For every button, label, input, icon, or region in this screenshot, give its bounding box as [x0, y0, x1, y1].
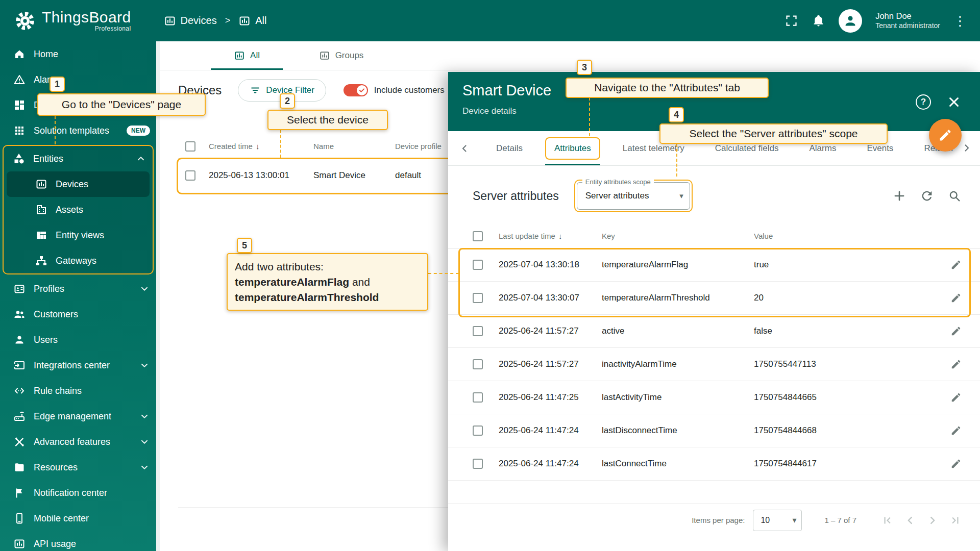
row-checkbox[interactable]: [473, 326, 483, 336]
attribute-row-lastActivityTime[interactable]: 2025-06-24 11:47:25 lastActivityTime 175…: [448, 381, 980, 414]
user-role: Tenant administrator: [875, 21, 940, 31]
row-checkbox[interactable]: [473, 260, 483, 270]
attribute-row-lastConnectTime[interactable]: 2025-06-24 11:47:24 lastConnectTime 1750…: [448, 447, 980, 481]
sidebar-item-resources[interactable]: Resources: [0, 455, 156, 480]
mobile-icon: [13, 512, 26, 524]
users-icon: [13, 334, 26, 346]
select-all-checkbox[interactable]: [473, 231, 483, 241]
profiles-icon: [13, 283, 26, 295]
edit-attribute-button[interactable]: [950, 359, 962, 370]
chevron-down-icon: [139, 411, 150, 422]
edit-attribute-button[interactable]: [950, 259, 962, 270]
brand-subtitle: Professional: [42, 25, 131, 32]
search-button[interactable]: [947, 189, 962, 203]
section-title: Server attributes: [473, 189, 559, 203]
sidebar-item-customers[interactable]: Customers: [0, 302, 156, 327]
close-button[interactable]: [946, 94, 962, 110]
search-icon: [947, 189, 962, 203]
more-menu-button[interactable]: ⋮: [953, 14, 967, 28]
next-page-button[interactable]: [926, 514, 939, 527]
row-checkbox[interactable]: [185, 170, 195, 181]
edit-attribute-button[interactable]: [950, 292, 962, 304]
advanced-features-icon: [13, 436, 26, 448]
attribute-row-inactivityAlarmTime[interactable]: 2025-06-24 11:57:27 inactivityAlarmTime …: [448, 348, 980, 381]
column-created-time[interactable]: Created time↓: [209, 142, 313, 151]
attribute-row-temperatureAlarmThreshold[interactable]: 2025-07-04 13:30:07 temperatureAlarmThre…: [448, 282, 980, 315]
toggle-label: Include customers: [374, 85, 445, 95]
fullscreen-icon: [785, 14, 798, 28]
sidebar-item-mobile-center[interactable]: Mobile center: [0, 506, 156, 531]
refresh-button[interactable]: [920, 189, 934, 203]
first-page-button[interactable]: [881, 514, 894, 527]
chevron-left-icon: [458, 142, 471, 155]
step-4-connector: [676, 144, 677, 177]
edit-attribute-button[interactable]: [950, 425, 962, 436]
tab-all[interactable]: All: [200, 41, 294, 70]
previous-page-button[interactable]: [903, 514, 917, 527]
person-icon: [843, 13, 858, 29]
row-checkbox[interactable]: [473, 425, 483, 436]
tab-groups[interactable]: Groups: [294, 41, 388, 70]
sidebar-item-alarms[interactable]: Alarms: [0, 67, 156, 92]
sidebar-item-assets[interactable]: Assets: [4, 197, 153, 222]
step-5-number: 5: [237, 238, 252, 253]
step-3-connector: [589, 97, 590, 136]
tab-attributes[interactable]: Attributes: [538, 131, 607, 165]
help-button[interactable]: ?: [916, 94, 931, 110]
attribute-row-temperatureAlarmFlag[interactable]: 2025-07-04 13:30:18 temperatureAlarmFlag…: [448, 248, 980, 282]
attribute-row-active[interactable]: 2025-06-24 11:57:27 active false: [448, 315, 980, 348]
column-key[interactable]: Key: [602, 232, 754, 240]
home-icon: [13, 48, 26, 60]
fullscreen-button[interactable]: [785, 14, 798, 28]
row-checkbox[interactable]: [473, 459, 483, 469]
sidebar-item-api-usage[interactable]: API usage: [0, 531, 156, 551]
column-name[interactable]: Name: [313, 142, 395, 151]
attributes-scope-select[interactable]: Entity attributes scope Server attribute…: [577, 182, 690, 210]
sidebar-item-notification-center[interactable]: Notification center: [0, 480, 156, 506]
row-checkbox[interactable]: [473, 392, 483, 403]
row-checkbox[interactable]: [473, 359, 483, 369]
column-last-update-time[interactable]: Last update time↓: [499, 232, 602, 240]
edit-attribute-button[interactable]: [950, 392, 962, 403]
breadcrumb-devices[interactable]: Devices: [164, 15, 217, 27]
chevron-left-icon: [903, 514, 917, 527]
include-customers-toggle[interactable]: [344, 84, 368, 96]
edit-attribute-button[interactable]: [950, 458, 962, 469]
attribute-row-lastDisconnectTime[interactable]: 2025-06-24 11:47:24 lastDisconnectTime 1…: [448, 414, 980, 447]
row-checkbox[interactable]: [473, 293, 483, 303]
notifications-button[interactable]: [812, 14, 825, 28]
chevron-down-icon: [139, 436, 150, 447]
tab-details[interactable]: Details: [481, 131, 538, 165]
groups-icon: [319, 50, 330, 61]
sidebar-scrollbar[interactable]: [156, 41, 160, 551]
last-page-button[interactable]: [948, 514, 962, 527]
sidebar-item-gateways[interactable]: Gateways: [4, 248, 153, 273]
edit-device-fab[interactable]: [929, 119, 962, 152]
sidebar-item-rule-chains[interactable]: Rule chains: [0, 378, 156, 404]
tabs-scroll-left[interactable]: [448, 142, 481, 155]
user-menu[interactable]: John Doe Tenant administrator: [875, 11, 940, 30]
sidebar-item-home[interactable]: Home: [0, 41, 156, 67]
thingsboard-logo-icon: [13, 9, 37, 33]
sidebar-item-users[interactable]: Users: [0, 327, 156, 353]
column-value[interactable]: Value: [754, 232, 924, 240]
sidebar-item-profiles[interactable]: Profiles: [0, 276, 156, 302]
sidebar-item-devices[interactable]: Devices: [7, 171, 150, 197]
edit-attribute-button[interactable]: [950, 325, 962, 337]
sidebar-item-solution-templates[interactable]: Solution templates NEW: [0, 118, 156, 143]
thingsboard-app: ThingsBoard Professional Devices > All: [0, 0, 980, 551]
integrations-icon: [13, 359, 26, 371]
sidebar-item-advanced-features[interactable]: Advanced features: [0, 429, 156, 455]
entities-group-highlight: Entities Devices Assets Entity views Gat…: [3, 145, 154, 274]
sidebar-item-entities[interactable]: Entities: [4, 146, 153, 171]
drawer-subtitle: Device details: [462, 106, 966, 116]
avatar[interactable]: [839, 9, 862, 33]
sidebar-item-edge-management[interactable]: Edge management: [0, 404, 156, 429]
items-per-page-select[interactable]: 10 ▾: [753, 510, 802, 531]
pencil-icon: [950, 292, 962, 304]
sidebar-item-integrations-center[interactable]: Integrations center: [0, 353, 156, 378]
sidebar-item-entity-views[interactable]: Entity views: [4, 222, 153, 248]
add-attribute-button[interactable]: [892, 189, 906, 203]
breadcrumb-all[interactable]: All: [238, 15, 266, 27]
select-all-checkbox[interactable]: [185, 141, 195, 152]
